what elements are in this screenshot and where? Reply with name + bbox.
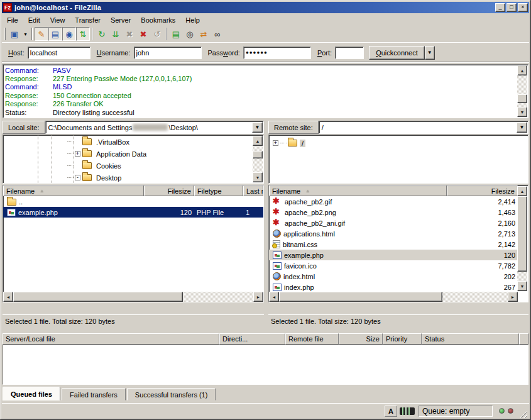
file-row[interactable]: bitnami.css 2,142 bbox=[269, 239, 518, 250]
remote-list-horizontal-scrollbar[interactable]: ◄ ► bbox=[269, 292, 518, 302]
expander-icon[interactable]: + bbox=[75, 151, 80, 157]
column-header-filetype[interactable]: Filetype bbox=[194, 185, 243, 196]
data-type-indicator-icon[interactable]: A bbox=[385, 406, 397, 417]
file-type-icon bbox=[273, 219, 282, 227]
minimize-button[interactable]: _ bbox=[495, 3, 505, 12]
remote-list-vertical-scrollbar[interactable]: ▲ ▼ bbox=[517, 186, 527, 291]
scroll-right-button[interactable]: ► bbox=[253, 292, 263, 302]
message-log-toggle-button[interactable]: ✎ bbox=[35, 27, 48, 41]
expander-icon[interactable]: - bbox=[75, 175, 80, 180]
toolbar-grip[interactable] bbox=[4, 28, 6, 40]
title-bar[interactable]: Fz john@localhost - FileZilla _ □ × bbox=[2, 2, 529, 13]
tree-item-cookies[interactable]: Cookies bbox=[3, 160, 252, 172]
column-header-filename[interactable]: Filename▲ bbox=[269, 185, 447, 196]
scroll-left-button[interactable]: ◄ bbox=[3, 292, 13, 302]
chevron-down-icon[interactable]: ▼ bbox=[517, 122, 527, 133]
scroll-right-button[interactable]: ► bbox=[508, 292, 518, 302]
close-button[interactable]: × bbox=[518, 3, 528, 12]
find-files-button[interactable]: ∞ bbox=[211, 27, 224, 41]
process-queue-button[interactable]: ⇊ bbox=[109, 27, 123, 41]
column-header-filesize[interactable]: Filesize bbox=[447, 185, 518, 196]
column-header-server-local-file[interactable]: Server/Local file bbox=[3, 333, 219, 345]
port-input[interactable] bbox=[335, 47, 364, 59]
site-manager-button[interactable]: ▣ bbox=[8, 27, 21, 41]
directory-comparison-button[interactable]: ◎ bbox=[183, 27, 197, 41]
disconnect-button[interactable]: ✖ bbox=[136, 27, 150, 41]
tree-item-virtualbox[interactable]: .VirtualBox bbox=[3, 136, 252, 148]
log-vertical-scrollbar[interactable]: ▲ ▼ bbox=[517, 65, 527, 117]
username-input[interactable] bbox=[134, 47, 202, 59]
scrollbar-thumb[interactable] bbox=[13, 292, 183, 302]
scrollbar-thumb[interactable] bbox=[517, 196, 527, 272]
port-label: Port: bbox=[317, 49, 332, 57]
file-row-parent-dir[interactable]: .. bbox=[3, 196, 263, 207]
synchronized-browsing-button[interactable]: ⇄ bbox=[197, 27, 211, 41]
menu-file[interactable]: File bbox=[2, 15, 23, 25]
column-header-size[interactable]: Size bbox=[339, 333, 383, 345]
menu-transfer[interactable]: Transfer bbox=[70, 15, 106, 25]
menu-server[interactable]: Server bbox=[106, 15, 136, 25]
username-label: Username: bbox=[97, 49, 131, 57]
tab-queued-files[interactable]: Queued files bbox=[3, 387, 60, 401]
directory-listing-filters-button[interactable]: ▤ bbox=[169, 27, 183, 41]
tree-item-desktop[interactable]: - Desktop bbox=[3, 172, 252, 184]
local-tree-vertical-scrollbar[interactable]: ▲ ▼ bbox=[253, 136, 263, 182]
scrollbar-thumb[interactable] bbox=[279, 292, 442, 302]
maximize-button[interactable]: □ bbox=[506, 3, 517, 12]
quickconnect-dropdown-button[interactable]: ▼ bbox=[425, 46, 435, 60]
scrollbar-thumb[interactable] bbox=[253, 151, 263, 158]
tree-item-root[interactable]: + / bbox=[269, 137, 517, 149]
quickconnect-button[interactable]: Quickconnect bbox=[369, 46, 425, 60]
file-row[interactable]: favicon.ico 7,782 bbox=[269, 260, 518, 271]
file-row[interactable]: index.html 202 bbox=[269, 271, 518, 282]
menu-bookmarks[interactable]: Bookmarks bbox=[136, 15, 180, 25]
transfer-queue-toggle-button[interactable]: ⇅ bbox=[76, 27, 90, 41]
scroll-left-button[interactable]: ◄ bbox=[269, 292, 279, 302]
reconnect-button[interactable]: ↺ bbox=[150, 27, 164, 41]
tree-item-application-data[interactable]: + Application Data bbox=[3, 148, 252, 160]
queue-list[interactable] bbox=[3, 345, 528, 385]
password-input[interactable] bbox=[243, 47, 311, 59]
local-tree-toggle-button[interactable]: ▤ bbox=[48, 27, 62, 41]
chevron-down-icon[interactable]: ▼ bbox=[252, 122, 263, 133]
column-header-filename[interactable]: Filename▲ bbox=[3, 185, 144, 196]
expander-icon[interactable]: + bbox=[273, 140, 278, 146]
column-header-last-modified[interactable]: Last modified bbox=[243, 185, 263, 196]
column-header-priority[interactable]: Priority bbox=[383, 333, 422, 345]
file-row[interactable]: applications.html 2,713 bbox=[269, 228, 518, 239]
column-header-remote-file[interactable]: Remote file bbox=[285, 333, 339, 345]
local-list-horizontal-scrollbar[interactable]: ◄ ► bbox=[3, 292, 263, 302]
scroll-up-button[interactable]: ▲ bbox=[517, 65, 527, 75]
file-row-example-php[interactable]: example.php 120 PHP File 1 bbox=[3, 207, 263, 218]
column-header-direction[interactable]: Directi... bbox=[219, 333, 285, 345]
host-input[interactable] bbox=[28, 47, 90, 59]
scroll-down-button[interactable]: ▼ bbox=[517, 107, 527, 117]
speed-limit-indicator-icon[interactable] bbox=[400, 407, 415, 415]
resize-grip[interactable] bbox=[519, 410, 527, 418]
remote-site-combo[interactable]: / ▼ bbox=[319, 121, 528, 134]
file-row[interactable]: index.php 267 bbox=[269, 282, 518, 292]
scroll-down-button[interactable]: ▼ bbox=[253, 172, 263, 182]
menu-edit[interactable]: Edit bbox=[23, 15, 45, 25]
tab-successful-transfers[interactable]: Successful transfers (1) bbox=[127, 388, 216, 401]
scroll-down-button[interactable]: ▼ bbox=[517, 281, 527, 291]
file-row-example-php[interactable]: example.php 120 bbox=[269, 250, 518, 260]
tab-failed-transfers[interactable]: Failed transfers bbox=[62, 388, 126, 401]
cancel-operation-button[interactable]: ✖ bbox=[123, 27, 136, 41]
scroll-up-button[interactable]: ▲ bbox=[253, 136, 263, 146]
refresh-button[interactable]: ↻ bbox=[95, 27, 109, 41]
column-header-status[interactable]: Status bbox=[422, 333, 519, 345]
file-row[interactable]: apache_pb2.gif 2,414 bbox=[269, 196, 518, 207]
file-row[interactable]: apache_pb2.png 1,463 bbox=[269, 207, 518, 218]
menu-view[interactable]: View bbox=[45, 15, 70, 25]
remote-tree-toggle-button[interactable]: ◉ bbox=[62, 27, 76, 41]
column-header-filesize[interactable]: Filesize bbox=[144, 185, 194, 196]
remote-site-label: Remote site: bbox=[268, 121, 319, 134]
menu-help[interactable]: Help bbox=[180, 15, 205, 25]
scroll-up-button[interactable]: ▲ bbox=[517, 186, 527, 196]
pane-splitter[interactable] bbox=[264, 121, 268, 328]
local-site-combo[interactable]: C:\Documents and Settings\Desktop\ ▼ bbox=[45, 121, 264, 134]
scrollbar-thumb[interactable] bbox=[517, 94, 527, 103]
file-row[interactable]: apache_pb2_ani.gif 2,160 bbox=[269, 218, 518, 228]
site-manager-dropdown-button[interactable]: ▾ bbox=[21, 27, 30, 41]
